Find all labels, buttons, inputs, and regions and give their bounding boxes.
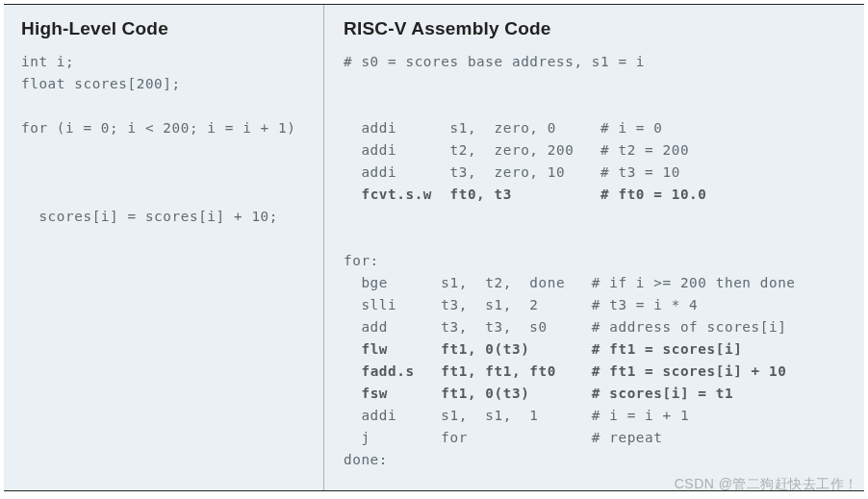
code-comparison-panel: High-Level Code int i; float scores[200]… — [4, 4, 864, 491]
left-title: High-Level Code — [21, 18, 306, 39]
assembly-code: # s0 = scores base address, s1 = i addi … — [344, 51, 847, 471]
high-level-code: int i; float scores[200]; for (i = 0; i … — [21, 51, 306, 228]
watermark-text: CSDN @管二狗赶快去工作！ — [675, 476, 858, 493]
left-column: High-Level Code int i; float scores[200]… — [4, 5, 323, 490]
right-title: RISC-V Assembly Code — [344, 18, 847, 39]
right-column: RISC-V Assembly Code # s0 = scores base … — [323, 5, 864, 490]
